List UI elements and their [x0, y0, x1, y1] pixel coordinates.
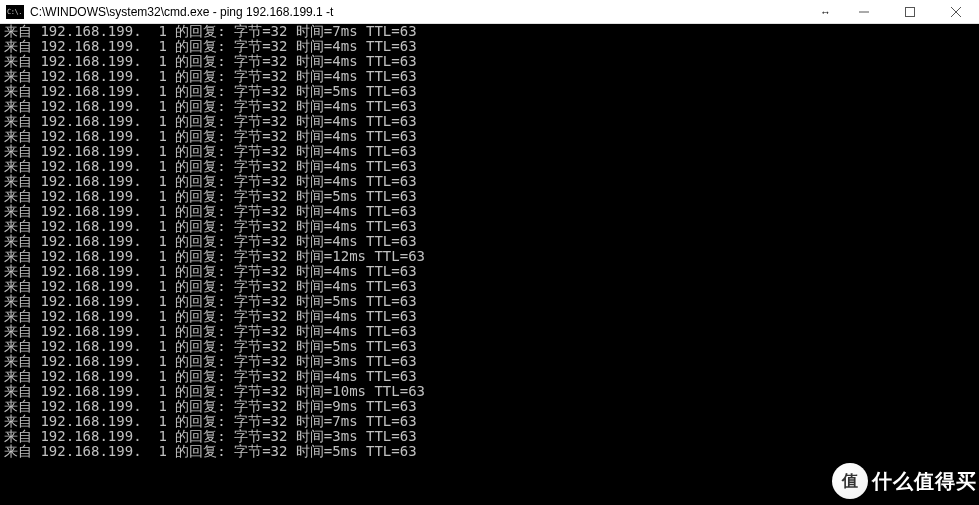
ping-reply-line: 来自 192.168.199. 1 的回复: 字节=32 时间=4ms TTL=… — [4, 264, 975, 279]
ping-reply-line: 来自 192.168.199. 1 的回复: 字节=32 时间=5ms TTL=… — [4, 84, 975, 99]
cmd-window: C:\. C:\WINDOWS\system32\cmd.exe - ping … — [0, 0, 979, 505]
window-title: C:\WINDOWS\system32\cmd.exe - ping 192.1… — [30, 5, 820, 19]
minimize-button[interactable] — [841, 0, 887, 23]
ping-reply-line: 来自 192.168.199. 1 的回复: 字节=32 时间=4ms TTL=… — [4, 279, 975, 294]
watermark-text: 什么值得买 — [872, 468, 977, 495]
ping-reply-line: 来自 192.168.199. 1 的回复: 字节=32 时间=10ms TTL… — [4, 384, 975, 399]
ping-reply-line: 来自 192.168.199. 1 的回复: 字节=32 时间=4ms TTL=… — [4, 204, 975, 219]
ping-reply-line: 来自 192.168.199. 1 的回复: 字节=32 时间=4ms TTL=… — [4, 159, 975, 174]
console-output: 来自 192.168.199. 1 的回复: 字节=32 时间=7ms TTL=… — [4, 24, 975, 459]
ping-reply-line: 来自 192.168.199. 1 的回复: 字节=32 时间=4ms TTL=… — [4, 144, 975, 159]
svg-rect-1 — [906, 7, 915, 16]
ping-reply-line: 来自 192.168.199. 1 的回复: 字节=32 时间=5ms TTL=… — [4, 189, 975, 204]
maximize-button[interactable] — [887, 0, 933, 23]
ping-reply-line: 来自 192.168.199. 1 的回复: 字节=32 时间=4ms TTL=… — [4, 114, 975, 129]
ping-reply-line: 来自 192.168.199. 1 的回复: 字节=32 时间=4ms TTL=… — [4, 324, 975, 339]
window-controls — [841, 0, 979, 23]
cmd-icon: C:\. — [6, 5, 24, 19]
ping-reply-line: 来自 192.168.199. 1 的回复: 字节=32 时间=7ms TTL=… — [4, 24, 975, 39]
watermark-badge-icon: 值 — [832, 463, 868, 499]
ping-reply-line: 来自 192.168.199. 1 的回复: 字节=32 时间=4ms TTL=… — [4, 39, 975, 54]
ping-reply-line: 来自 192.168.199. 1 的回复: 字节=32 时间=5ms TTL=… — [4, 294, 975, 309]
ping-reply-line: 来自 192.168.199. 1 的回复: 字节=32 时间=4ms TTL=… — [4, 129, 975, 144]
ping-reply-line: 来自 192.168.199. 1 的回复: 字节=32 时间=4ms TTL=… — [4, 99, 975, 114]
ping-reply-line: 来自 192.168.199. 1 的回复: 字节=32 时间=4ms TTL=… — [4, 309, 975, 324]
ping-reply-line: 来自 192.168.199. 1 的回复: 字节=32 时间=4ms TTL=… — [4, 54, 975, 69]
ping-reply-line: 来自 192.168.199. 1 的回复: 字节=32 时间=9ms TTL=… — [4, 399, 975, 414]
ping-reply-line: 来自 192.168.199. 1 的回复: 字节=32 时间=7ms TTL=… — [4, 414, 975, 429]
ping-reply-line: 来自 192.168.199. 1 的回复: 字节=32 时间=3ms TTL=… — [4, 354, 975, 369]
resize-indicator-icon: ↔ — [820, 6, 831, 18]
ping-reply-line: 来自 192.168.199. 1 的回复: 字节=32 时间=5ms TTL=… — [4, 444, 975, 459]
ping-reply-line: 来自 192.168.199. 1 的回复: 字节=32 时间=5ms TTL=… — [4, 339, 975, 354]
titlebar[interactable]: C:\. C:\WINDOWS\system32\cmd.exe - ping … — [0, 0, 979, 24]
ping-reply-line: 来自 192.168.199. 1 的回复: 字节=32 时间=4ms TTL=… — [4, 369, 975, 384]
ping-reply-line: 来自 192.168.199. 1 的回复: 字节=32 时间=4ms TTL=… — [4, 234, 975, 249]
ping-reply-line: 来自 192.168.199. 1 的回复: 字节=32 时间=12ms TTL… — [4, 249, 975, 264]
watermark: 值 什么值得买 — [832, 463, 977, 499]
ping-reply-line: 来自 192.168.199. 1 的回复: 字节=32 时间=3ms TTL=… — [4, 429, 975, 444]
close-button[interactable] — [933, 0, 979, 23]
ping-reply-line: 来自 192.168.199. 1 的回复: 字节=32 时间=4ms TTL=… — [4, 219, 975, 234]
console-area[interactable]: 来自 192.168.199. 1 的回复: 字节=32 时间=7ms TTL=… — [0, 24, 979, 505]
ping-reply-line: 来自 192.168.199. 1 的回复: 字节=32 时间=4ms TTL=… — [4, 69, 975, 84]
ping-reply-line: 来自 192.168.199. 1 的回复: 字节=32 时间=4ms TTL=… — [4, 174, 975, 189]
